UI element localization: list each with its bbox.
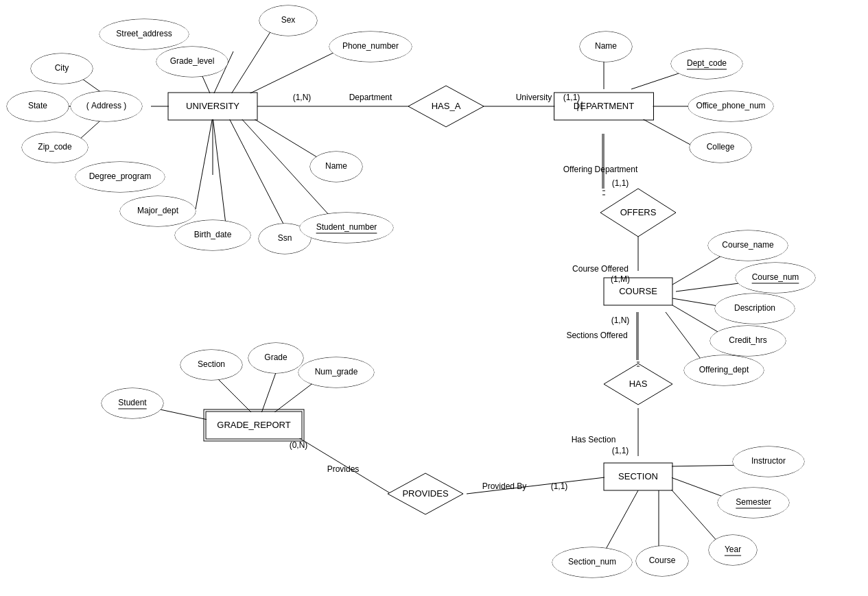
er-diagram-canvas [0, 0, 868, 596]
